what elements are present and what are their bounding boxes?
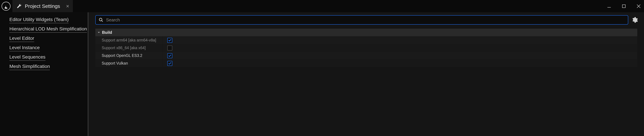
content-pane: Build Support arm64 [aka arm64-v8a] Supp… (88, 12, 644, 136)
window-buttons (606, 0, 642, 12)
svg-rect-2 (622, 5, 625, 8)
search-icon (99, 18, 103, 22)
section-header-build[interactable]: Build (95, 29, 637, 36)
gear-wrench-icon (16, 3, 22, 9)
main-split: Editor Utility Widgets (Team) Hierarchic… (0, 12, 644, 136)
maximize-icon (621, 3, 626, 9)
settings-rows: Support arm64 [aka arm64-v8a] Support x8… (95, 36, 637, 67)
setting-label: Support x86_64 [aka x64] (95, 46, 162, 50)
close-icon (66, 4, 70, 8)
settings-tab[interactable]: Project Settings (12, 0, 73, 12)
setting-row-vulkan: Support Vulkan (95, 59, 637, 67)
search-row (88, 15, 643, 25)
setting-label: Support OpenGL ES3.2 (95, 53, 162, 58)
sidebar-item-hlod-mesh-simplification[interactable]: Hierarchical LOD Mesh Simplification (10, 26, 87, 33)
sidebar: Editor Utility Widgets (Team) Hierarchic… (0, 12, 88, 136)
titlebar: Project Settings (0, 0, 644, 12)
checkbox-arm64[interactable] (167, 38, 172, 43)
checkbox-x86-64[interactable] (167, 46, 172, 51)
setting-row-arm64: Support arm64 [aka arm64-v8a] (95, 36, 637, 44)
svg-point-0 (2, 2, 10, 10)
close-tab-button[interactable] (66, 4, 70, 8)
minimize-button[interactable] (606, 2, 613, 10)
setting-label: Support arm64 [aka arm64-v8a] (95, 38, 162, 43)
search-box[interactable] (95, 15, 628, 25)
checkbox-vulkan[interactable] (167, 61, 172, 66)
sidebar-item-editor-utility-widgets[interactable]: Editor Utility Widgets (Team) (10, 17, 69, 23)
tab-title: Project Settings (25, 3, 60, 9)
setting-row-x86-64: Support x86_64 [aka x64] (95, 44, 637, 52)
disclosure-triangle-icon (97, 31, 100, 34)
app-logo (1, 1, 11, 11)
sidebar-item-level-instance[interactable]: Level Instance (10, 45, 40, 51)
sidebar-item-mesh-simplification[interactable]: Mesh Simplification (10, 64, 50, 70)
svg-point-3 (99, 18, 102, 21)
check-icon (168, 38, 172, 42)
check-icon (168, 62, 172, 65)
sidebar-item-level-editor[interactable]: Level Editor (10, 36, 34, 42)
setting-row-opengl-es32: Support OpenGL ES3.2 (95, 52, 637, 59)
maximize-button[interactable] (620, 2, 628, 10)
setting-label: Support Vulkan (95, 61, 162, 66)
search-input[interactable] (106, 17, 625, 23)
section-title: Build (102, 30, 112, 35)
close-window-button[interactable] (635, 2, 642, 10)
svg-point-1 (20, 5, 21, 5)
gear-icon (631, 16, 638, 23)
check-icon (168, 54, 172, 58)
close-icon (636, 3, 641, 9)
minimize-icon (606, 3, 612, 9)
checkbox-opengl-es32[interactable] (167, 53, 172, 58)
settings-menu-button[interactable] (631, 16, 638, 23)
sidebar-item-level-sequences[interactable]: Level Sequences (10, 54, 46, 61)
